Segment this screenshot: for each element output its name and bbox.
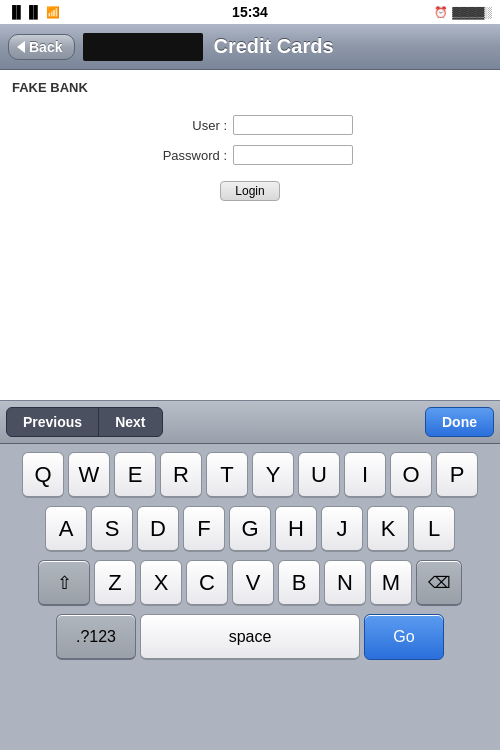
key-u[interactable]: U [298, 452, 340, 498]
back-button-label: Back [29, 39, 62, 55]
password-input[interactable] [233, 145, 353, 165]
key-a[interactable]: A [45, 506, 87, 552]
keyboard-row-4: .?123 space Go [4, 614, 496, 660]
key-d[interactable]: D [137, 506, 179, 552]
status-bar: ▐▌▐▌ 📶 15:34 ⏰ ▓▓▓▓░ [0, 0, 500, 24]
key-w[interactable]: W [68, 452, 110, 498]
alarm-icon: ⏰ [434, 6, 448, 19]
next-button[interactable]: Next [99, 408, 161, 436]
keyboard-row-2: A S D F G H J K L [4, 506, 496, 552]
key-q[interactable]: Q [22, 452, 64, 498]
key-n[interactable]: N [324, 560, 366, 606]
user-row: User : [147, 115, 353, 135]
key-m[interactable]: M [370, 560, 412, 606]
keyboard-row-1: Q W E R T Y U I O P [4, 452, 496, 498]
key-o[interactable]: O [390, 452, 432, 498]
content-area: FAKE BANK User : Password : Login [0, 70, 500, 400]
password-label: Password : [147, 148, 227, 163]
shift-key[interactable]: ⇧ [38, 560, 90, 606]
signal-bars-icon: ▐▌▐▌ [8, 5, 42, 19]
key-x[interactable]: X [140, 560, 182, 606]
key-c[interactable]: C [186, 560, 228, 606]
done-button[interactable]: Done [425, 407, 494, 437]
signal-area: ▐▌▐▌ 📶 [8, 5, 60, 19]
back-chevron-icon [17, 41, 25, 53]
battery-area: ⏰ ▓▓▓▓░ [434, 6, 492, 19]
login-button[interactable]: Login [220, 181, 279, 201]
key-g[interactable]: G [229, 506, 271, 552]
key-b[interactable]: B [278, 560, 320, 606]
previous-button[interactable]: Previous [7, 408, 99, 436]
key-i[interactable]: I [344, 452, 386, 498]
login-form: User : Password : Login [12, 115, 488, 201]
key-h[interactable]: H [275, 506, 317, 552]
key-l[interactable]: L [413, 506, 455, 552]
time-display: 15:34 [232, 4, 268, 20]
key-j[interactable]: J [321, 506, 363, 552]
key-e[interactable]: E [114, 452, 156, 498]
toolbar-nav-group: Previous Next [6, 407, 163, 437]
battery-icon: ▓▓▓▓░ [452, 6, 492, 18]
wifi-icon: 📶 [46, 6, 60, 19]
user-input[interactable] [233, 115, 353, 135]
delete-key[interactable]: ⌫ [416, 560, 462, 606]
bank-name: FAKE BANK [12, 80, 488, 95]
key-k[interactable]: K [367, 506, 409, 552]
nav-title-area: Credit Cards [83, 33, 492, 61]
nav-bar: Back Credit Cards [0, 24, 500, 70]
num-key[interactable]: .?123 [56, 614, 136, 660]
key-p[interactable]: P [436, 452, 478, 498]
key-s[interactable]: S [91, 506, 133, 552]
key-r[interactable]: R [160, 452, 202, 498]
nav-title: Credit Cards [213, 35, 333, 58]
space-key[interactable]: space [140, 614, 360, 660]
keyboard-toolbar: Previous Next Done [0, 400, 500, 444]
user-label: User : [147, 118, 227, 133]
keyboard: Q W E R T Y U I O P A S D F G H J K L ⇧ … [0, 444, 500, 750]
key-y[interactable]: Y [252, 452, 294, 498]
keyboard-row-3: ⇧ Z X C V B N M ⌫ [4, 560, 496, 606]
key-v[interactable]: V [232, 560, 274, 606]
key-f[interactable]: F [183, 506, 225, 552]
back-button[interactable]: Back [8, 34, 75, 60]
key-z[interactable]: Z [94, 560, 136, 606]
go-key[interactable]: Go [364, 614, 444, 660]
key-t[interactable]: T [206, 452, 248, 498]
password-row: Password : [147, 145, 353, 165]
nav-logo-box [83, 33, 203, 61]
